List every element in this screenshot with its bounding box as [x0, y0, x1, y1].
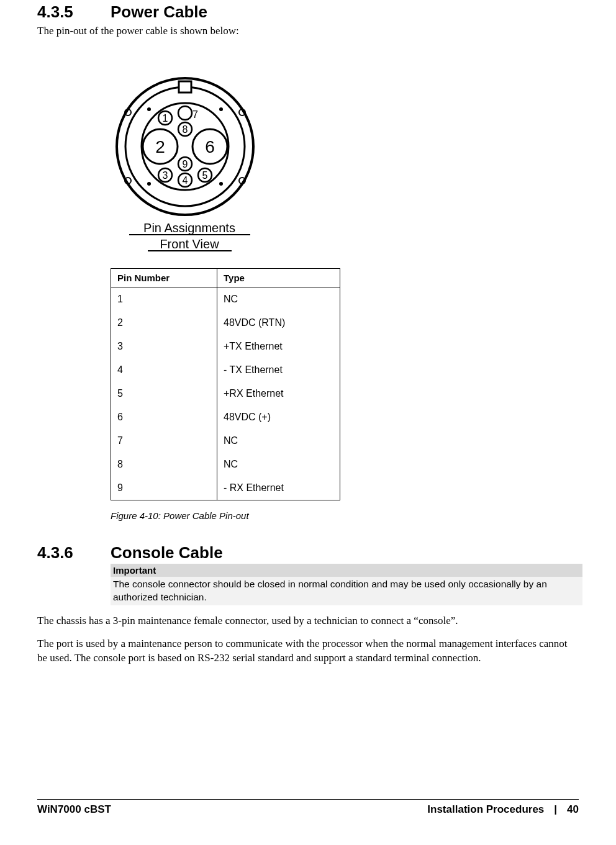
table-row: 9 - RX Ethernet	[111, 476, 340, 500]
svg-point-11	[219, 182, 223, 186]
pin-9-label: 9	[183, 159, 188, 169]
pin-cell: 5	[111, 382, 217, 405]
pin-cell: 6	[111, 405, 217, 429]
footer-page-number: 40	[567, 803, 579, 816]
type-cell: +TX Ethernet	[217, 335, 340, 358]
pin-cell: 4	[111, 358, 217, 382]
pin-cell: 2	[111, 311, 217, 335]
pin-3-label: 3	[163, 170, 168, 181]
type-cell: NC	[217, 453, 340, 476]
intro-text: The pin-out of the power cable is shown …	[37, 24, 579, 38]
diagram-label-2: Front View	[160, 237, 219, 251]
pin-cell: 7	[111, 429, 217, 453]
svg-point-15	[178, 106, 192, 120]
svg-point-0	[117, 78, 253, 215]
table-row: 8 NC	[111, 453, 340, 476]
footer-chapter: Installation Procedures	[427, 803, 544, 816]
table-row: 2 48VDC (RTN)	[111, 311, 340, 335]
pin-cell: 1	[111, 287, 217, 311]
pin-2-label: 2	[155, 137, 165, 156]
pin-8-label: 8	[183, 124, 188, 135]
heading-number: 4.3.6	[37, 543, 111, 563]
diagram-label-1: Pin Assignments	[143, 221, 235, 235]
type-cell: 48VDC (+)	[217, 405, 340, 429]
pin-table: Pin Number Type 1 NC 2 48VDC (RTN) 3 +TX…	[111, 268, 340, 500]
note-head: Important	[111, 564, 582, 577]
heading-435: 4.3.5 Power Cable	[37, 2, 579, 22]
pin-cell: 8	[111, 453, 217, 476]
type-cell: - TX Ethernet	[217, 358, 340, 382]
page-footer: WiN7000 cBST Installation Procedures | 4…	[37, 799, 579, 816]
pin-6-label: 6	[205, 137, 215, 156]
pin-5-label: 5	[202, 170, 208, 181]
svg-point-10	[147, 182, 151, 186]
important-note: Important The console connector should b…	[111, 564, 582, 605]
heading-number: 4.3.5	[37, 2, 111, 22]
pin-1-label: 1	[163, 113, 168, 124]
console-para-2: The port is used by a maintenance person…	[37, 637, 579, 666]
table-row: 6 48VDC (+)	[111, 405, 340, 429]
connector-diagram: 2 6 1 7 8 3 9 4 5 Pin Assignments Front	[111, 66, 579, 264]
type-cell: - RX Ethernet	[217, 476, 340, 500]
pin-4-label: 4	[183, 175, 188, 186]
table-row: 7 NC	[111, 429, 340, 453]
type-cell: NC	[217, 429, 340, 453]
type-cell: NC	[217, 287, 340, 311]
footer-separator: |	[554, 803, 557, 816]
table-row: 3 +TX Ethernet	[111, 335, 340, 358]
svg-rect-3	[179, 81, 191, 93]
heading-title: Power Cable	[111, 2, 207, 22]
console-para-1: The chassis has a 3-pin maintenance fema…	[37, 614, 579, 628]
note-body: The console connector should be closed i…	[111, 577, 582, 605]
figure-caption: Figure 4-10: Power Cable Pin-out	[111, 510, 579, 521]
heading-436: 4.3.6 Console Cable	[37, 543, 579, 563]
pin-cell: 3	[111, 335, 217, 358]
pin-table-head-number: Pin Number	[111, 268, 217, 287]
footer-doc-title: WiN7000 cBST	[37, 803, 111, 816]
pin-7-label: 7	[192, 109, 198, 120]
table-row: 4 - TX Ethernet	[111, 358, 340, 382]
table-row: 1 NC	[111, 287, 340, 311]
type-cell: +RX Ethernet	[217, 382, 340, 405]
heading-title: Console Cable	[111, 543, 223, 563]
table-row: 5 +RX Ethernet	[111, 382, 340, 405]
pin-table-head-type: Type	[217, 268, 340, 287]
type-cell: 48VDC (RTN)	[217, 311, 340, 335]
pin-cell: 9	[111, 476, 217, 500]
svg-point-9	[219, 107, 223, 111]
svg-point-8	[147, 107, 151, 111]
